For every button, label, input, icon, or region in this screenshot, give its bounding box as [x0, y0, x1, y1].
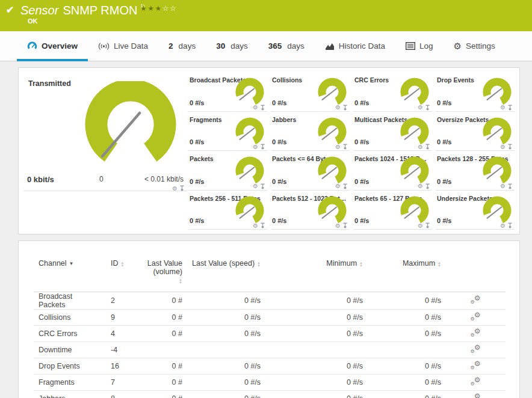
pin-icon[interactable] [507, 144, 513, 150]
tab-30-days[interactable]: 30days [206, 31, 258, 61]
main-gauge-title: Transmitted [28, 79, 71, 88]
gear-icon[interactable]: ⚙ [335, 223, 341, 229]
column-header-last-value-speed[interactable]: Last Value (speed)▲▼ [187, 256, 265, 292]
pin-icon[interactable] [179, 185, 185, 192]
gauge-value: 0 #/s [190, 217, 204, 224]
gauge-icon [27, 41, 37, 51]
priority-stars[interactable]: ★★★☆☆ [140, 4, 177, 13]
pin-icon[interactable] [425, 144, 430, 150]
gear-icon[interactable]: ⚙ [253, 105, 258, 111]
gear-icon[interactable]: ⚙ [253, 144, 258, 150]
column-header-actions [446, 256, 506, 292]
pin-icon[interactable] [425, 222, 430, 229]
gear-icon[interactable]: ⚙ [335, 105, 341, 111]
cell-minimum: 0 #/s [265, 310, 368, 326]
pin-icon[interactable] [342, 105, 348, 111]
channel-settings-icon[interactable]: ⚙⚙ [471, 378, 481, 386]
card-toolbar: ⚙ [335, 144, 348, 150]
card-toolbar: ⚙ [418, 105, 430, 111]
column-label: Maximum [403, 259, 435, 268]
mini-gauges-grid: Broadcast Packets 0 #/s ⚙ Collisions 0 #… [188, 73, 515, 230]
gauge [481, 156, 513, 187]
column-header-id[interactable]: ID▲▼ [106, 256, 139, 292]
cell-last-value-speed: 0 #/s [187, 310, 265, 326]
mini-gauge-card: Packets 256 - 511 Bytes 0 #/s ⚙ [188, 191, 267, 230]
column-label: Minimum [326, 259, 357, 268]
gear-icon[interactable]: ⚙ [500, 223, 506, 229]
priority-stars-empty: ☆☆ [162, 4, 178, 13]
gear-icon[interactable]: ⚙ [253, 223, 258, 229]
gauge [234, 195, 265, 227]
gauge-title: CRC Errors [354, 76, 389, 84]
tab-365-days[interactable]: 365days [258, 31, 315, 61]
pin-icon[interactable] [507, 105, 513, 111]
channel-settings-icon[interactable]: ⚙⚙ [471, 329, 481, 337]
tab-log[interactable]: Log [395, 31, 444, 61]
gear-icon[interactable]: ⚙ [500, 183, 506, 189]
gauge-value: 0 #/s [437, 138, 451, 145]
gauge-title: Fragments [190, 116, 222, 123]
gear-icon[interactable]: ⚙ [418, 183, 423, 189]
cell-id: 7 [106, 375, 139, 391]
channel-settings-icon[interactable]: ⚙⚙ [471, 296, 481, 304]
cell-last-value-speed [187, 342, 265, 358]
pin-icon[interactable] [425, 183, 430, 190]
gauge [399, 117, 430, 148]
pin-icon[interactable] [342, 222, 348, 229]
mini-gauge-card: Undersize Packets 0 #/s ⚙ [436, 191, 515, 230]
table-row: Fragments 7 0 # 0 #/s 0 #/s 0 #/s ⚙⚙ [34, 375, 506, 391]
tab-historic-data[interactable]: Historic Data [315, 31, 395, 61]
main-gauge-scale-max: < 0.01 kbit/s [144, 175, 184, 183]
tab-live-data[interactable]: Live Data [88, 31, 158, 61]
gear-icon[interactable]: ⚙ [418, 105, 423, 111]
gauge-value: 0 #/s [190, 138, 204, 145]
pin-icon[interactable] [342, 183, 348, 190]
table-body: Broadcast Packets 2 0 # 0 #/s 0 #/s 0 #/… [34, 292, 506, 398]
column-header-minimum[interactable]: Minimum▲▼ [265, 256, 368, 292]
column-header-maximum[interactable]: Maximum▲▼ [368, 256, 446, 292]
page-title: SensorSNMP RMON⚐ [20, 3, 146, 17]
column-header-channel[interactable]: Channel▼ [34, 256, 106, 292]
pin-icon[interactable] [342, 144, 348, 150]
card-toolbar: ⚙ [335, 105, 348, 111]
pin-icon[interactable] [425, 105, 430, 111]
pin-icon[interactable] [260, 105, 265, 111]
gauge [234, 117, 265, 148]
pin-icon[interactable] [507, 222, 513, 229]
gear-icon[interactable]: ⚙ [418, 223, 423, 229]
channel-settings-icon[interactable]: ⚙⚙ [471, 313, 481, 321]
column-label: ID [111, 259, 119, 268]
gear-icon[interactable]: ⚙ [172, 186, 178, 192]
tab-label: days [179, 41, 196, 51]
card-toolbar: ⚙ [253, 105, 265, 111]
gear-icon[interactable]: ⚙ [253, 183, 258, 189]
gauge-value: 0 #/s [272, 138, 286, 145]
sensor-type-label: Sensor [20, 4, 58, 17]
pin-icon[interactable] [260, 144, 265, 150]
tab-2-days[interactable]: 2days [158, 31, 206, 61]
gear-icon[interactable]: ⚙ [335, 183, 341, 189]
channel-settings-icon[interactable]: ⚙⚙ [471, 361, 481, 370]
tab-label: Overview [42, 41, 78, 51]
column-header-last-value-volume[interactable]: Last Value (volume)▲▼ [139, 256, 187, 292]
mini-gauge-card: Jabbers 0 #/s ⚙ [271, 112, 350, 152]
pin-icon[interactable] [507, 183, 513, 190]
channel-settings-icon[interactable]: ⚙⚙ [471, 394, 481, 398]
gauge [481, 77, 513, 108]
pin-icon[interactable] [260, 222, 265, 229]
mini-gauge-card: Oversize Packets 0 #/s ⚙ [436, 112, 515, 152]
mini-gauge-card: Multicast Packets 0 #/s ⚙ [353, 112, 432, 152]
sensor-header: ✔ SensorSNMP RMON⚐ ★★★☆☆ OK [0, 0, 532, 31]
tab-overview[interactable]: Overview [17, 31, 88, 61]
tab-settings[interactable]: ⚙ Settings [444, 31, 506, 61]
gauge-title: Jabbers [272, 116, 296, 123]
pin-icon[interactable] [260, 183, 265, 190]
cell-last-value-speed: 0 #/s [187, 391, 265, 398]
gear-icon[interactable]: ⚙ [335, 144, 341, 150]
tab-number: 365 [268, 41, 282, 51]
cell-channel: Broadcast Packets [34, 292, 106, 310]
gear-icon[interactable]: ⚙ [418, 144, 423, 150]
gear-icon[interactable]: ⚙ [500, 105, 506, 111]
channel-settings-icon[interactable]: ⚙⚙ [471, 345, 481, 354]
gear-icon[interactable]: ⚙ [500, 144, 506, 150]
